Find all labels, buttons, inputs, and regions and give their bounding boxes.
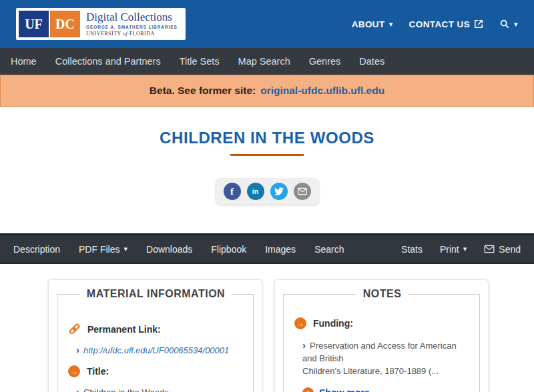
print-label: Print xyxy=(440,244,459,255)
linkedin-share-button[interactable]: in xyxy=(247,183,264,200)
header-utility-nav: ABOUT ▾ CONTACT US ▾ xyxy=(352,19,518,29)
item-hero: CHILDREN IN THE WOODS f in xyxy=(0,107,534,233)
about-menu[interactable]: ABOUT ▾ xyxy=(352,19,393,29)
beta-banner: Beta. See former site: original-ufdc.ufl… xyxy=(0,75,534,107)
email-share-button[interactable] xyxy=(294,183,311,200)
material-information-fieldset: MATERIAL INFORMATION Permanent Link: ›ht… xyxy=(57,288,254,392)
plus-glyph: + xyxy=(306,388,311,392)
twitter-bird-icon xyxy=(274,187,284,196)
twitter-share-button[interactable] xyxy=(270,183,288,200)
nav-item-genres[interactable]: Genres xyxy=(309,56,341,67)
send-button[interactable]: Send xyxy=(484,244,521,255)
funding-value-line1: Preservation and Access for American and… xyxy=(302,341,457,363)
chevron-right-icon: › xyxy=(302,339,306,351)
arrow-circle-icon: → xyxy=(68,365,80,377)
material-information-card: MATERIAL INFORMATION Permanent Link: ›ht… xyxy=(48,279,262,392)
stats-button[interactable]: Stats xyxy=(401,244,423,255)
caret-down-icon: ▾ xyxy=(389,21,393,28)
logo-subtitle-libraries: GEORGE A. SMATHERS LIBRARIES xyxy=(86,25,178,29)
show-more-label: Show more xyxy=(319,387,369,392)
item-metadata-section: MATERIAL INFORMATION Permanent Link: ›ht… xyxy=(0,264,534,392)
external-link-icon xyxy=(474,19,483,29)
logo-of-word: of xyxy=(123,31,127,37)
nav-item-title-sets[interactable]: Title Sets xyxy=(180,56,220,67)
tab-pdf-files[interactable]: PDF Files ▾ xyxy=(79,244,127,255)
logo-subtitle-university: UNIVERSITY of FLORIDA xyxy=(86,31,178,37)
funding-label: Funding: xyxy=(313,318,353,329)
funding-value-line2: Children's Literature, 1870-1889 (... xyxy=(302,366,439,376)
link-chain-icon xyxy=(68,323,81,335)
send-label: Send xyxy=(499,244,521,255)
nav-item-dates[interactable]: Dates xyxy=(359,56,384,67)
title-value: Children in the Woods xyxy=(83,387,169,392)
contact-us-label: CONTACT US xyxy=(409,19,471,29)
arrow-glyph: → xyxy=(296,319,304,328)
ufdc-logo[interactable]: UF DC Digital Collections GEORGE A. SMAT… xyxy=(16,8,186,40)
item-toolbar: Description PDF Files ▾ Downloads Flipbo… xyxy=(0,233,534,264)
tab-images[interactable]: Images xyxy=(265,244,296,255)
nav-item-home[interactable]: Home xyxy=(11,56,37,67)
nav-item-map-search[interactable]: Map Search xyxy=(238,56,290,67)
plus-circle-icon: + xyxy=(302,387,314,392)
pdf-files-label: PDF Files xyxy=(79,244,119,255)
print-menu[interactable]: Print ▾ xyxy=(440,244,467,255)
beta-banner-text: Beta. See former site: xyxy=(150,85,256,97)
tab-search[interactable]: Search xyxy=(314,244,344,255)
toolbar-right-group: Stats Print ▾ Send xyxy=(401,244,521,255)
permanent-link-label: Permanent Link: xyxy=(87,324,161,335)
notes-card: NOTES → Funding: ›Preservation and Acces… xyxy=(274,279,489,392)
funding-value-row: ›Preservation and Access for American an… xyxy=(302,338,470,378)
main-nav: Home Collections and Partners Title Sets… xyxy=(0,48,534,75)
show-more-button[interactable]: + Show more xyxy=(302,387,470,392)
search-icon xyxy=(499,19,510,29)
title-label-row: → Title: xyxy=(68,365,244,377)
chevron-right-icon: › xyxy=(76,386,79,392)
material-information-heading: MATERIAL INFORMATION xyxy=(80,288,232,300)
tab-downloads[interactable]: Downloads xyxy=(146,244,192,255)
funding-label-row: → Funding: xyxy=(294,317,470,329)
envelope-icon xyxy=(298,187,307,195)
page-title: CHILDREN IN THE WOODS xyxy=(0,129,534,147)
logo-university-word: UNIVERSITY xyxy=(86,31,121,37)
site-header: UF DC Digital Collections GEORGE A. SMAT… xyxy=(0,0,534,48)
title-label: Title: xyxy=(87,366,109,377)
nav-item-collections-and-partners[interactable]: Collections and Partners xyxy=(55,56,161,67)
social-share-bar: f in xyxy=(216,178,319,205)
notes-fieldset: NOTES → Funding: ›Preservation and Acces… xyxy=(283,288,480,392)
tab-flipbook[interactable]: Flipbook xyxy=(211,244,246,255)
about-label: ABOUT xyxy=(352,19,385,29)
caret-down-icon: ▾ xyxy=(514,21,518,28)
dc-logo-tile: DC xyxy=(50,11,80,37)
caret-down-icon: ▾ xyxy=(123,245,127,253)
logo-text: Digital Collections GEORGE A. SMATHERS L… xyxy=(86,11,178,37)
former-site-link[interactable]: original-ufdc.uflib.ufl.edu xyxy=(260,85,384,97)
chevron-right-icon: › xyxy=(76,344,79,355)
facebook-share-button[interactable]: f xyxy=(224,183,241,200)
title-value-row: ›Children in the Woods xyxy=(76,386,244,392)
permanent-link-label-row: Permanent Link: xyxy=(68,323,244,335)
search-menu[interactable]: ▾ xyxy=(499,19,518,29)
arrow-glyph: → xyxy=(70,367,78,376)
contact-us-link[interactable]: CONTACT US xyxy=(409,19,484,29)
logo-title: Digital Collections xyxy=(86,11,178,23)
tab-description[interactable]: Description xyxy=(13,244,60,255)
caret-down-icon: ▾ xyxy=(463,245,467,253)
arrow-circle-icon: → xyxy=(294,317,306,329)
notes-heading: NOTES xyxy=(356,288,409,300)
permanent-link-value-row: ›http://ufdc.ufl.edu/UF00065534/00001 xyxy=(76,344,244,357)
envelope-icon xyxy=(484,245,495,253)
logo-florida-word: FLORIDA xyxy=(129,31,155,37)
permanent-link-url[interactable]: http://ufdc.ufl.edu/UF00065534/00001 xyxy=(83,345,229,355)
uf-logo-tile: UF xyxy=(19,11,49,37)
